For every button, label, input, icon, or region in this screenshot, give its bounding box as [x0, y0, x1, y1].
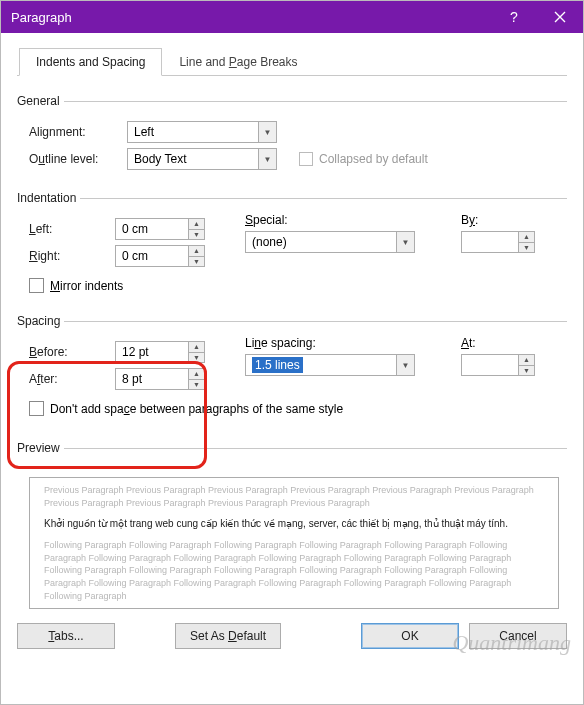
tab-label: Indents and Spacing: [36, 55, 145, 69]
outline-level-combo[interactable]: Body Text ▼: [127, 148, 277, 170]
line-spacing-value: 1.5 lines: [252, 357, 303, 373]
line-spacing-label: Line spacing:: [245, 336, 445, 350]
ok-button[interactable]: OK: [361, 623, 459, 649]
tab-indents-spacing[interactable]: Indents and Spacing: [19, 48, 162, 76]
dont-add-space-checkbox[interactable]: Don't add space between paragraphs of th…: [29, 401, 343, 416]
tabs-button[interactable]: Tabs...: [17, 623, 115, 649]
spacing-legend: Spacing: [17, 314, 64, 328]
left-indent-value: 0 cm: [122, 222, 148, 236]
collapsed-checkbox: Collapsed by default: [299, 152, 428, 166]
by-spinner[interactable]: ▲▼: [461, 231, 535, 253]
dialog-body: Indents and Spacing Line and Page Breaks…: [1, 33, 583, 704]
alignment-value: Left: [134, 125, 154, 139]
preview-section: Preview: [17, 441, 567, 467]
footer: Tabs... Set As Default OK Cancel: [17, 613, 567, 649]
close-button[interactable]: [537, 1, 583, 33]
indentation-legend: Indentation: [17, 191, 80, 205]
spacing-section: Spacing Before: 12 pt ▲▼ After: 8 pt: [17, 314, 567, 425]
after-value: 8 pt: [122, 372, 142, 386]
right-indent-value: 0 cm: [122, 249, 148, 263]
alignment-combo[interactable]: Left ▼: [127, 121, 277, 143]
spinner-buttons[interactable]: ▲▼: [188, 219, 204, 239]
special-label: Special:: [245, 213, 445, 227]
mirror-indents-checkbox[interactable]: Mirror indents: [29, 278, 123, 293]
spinner-buttons[interactable]: ▲▼: [518, 232, 534, 252]
checkbox-icon: [29, 401, 44, 416]
right-label: Right:: [29, 249, 109, 263]
at-label: At:: [461, 336, 559, 350]
general-legend: General: [17, 94, 64, 108]
preview-box: Previous Paragraph Previous Paragraph Pr…: [29, 477, 559, 609]
spinner-buttons[interactable]: ▲▼: [518, 355, 534, 375]
dialog-title: Paragraph: [11, 10, 491, 25]
before-value: 12 pt: [122, 345, 149, 359]
preview-previous: Previous Paragraph Previous Paragraph Pr…: [44, 484, 544, 509]
before-spinner[interactable]: 12 pt ▲▼: [115, 341, 205, 363]
chevron-down-icon: ▼: [396, 232, 414, 252]
outline-level-value: Body Text: [134, 152, 186, 166]
checkbox-icon: [29, 278, 44, 293]
preview-legend: Preview: [17, 441, 64, 455]
titlebar: Paragraph ?: [1, 1, 583, 33]
left-indent-spinner[interactable]: 0 cm ▲▼: [115, 218, 205, 240]
chevron-down-icon: ▼: [258, 149, 276, 169]
after-label: After:: [29, 372, 109, 386]
at-spinner[interactable]: ▲▼: [461, 354, 535, 376]
after-spinner[interactable]: 8 pt ▲▼: [115, 368, 205, 390]
dont-add-space-label: Don't add space between paragraphs of th…: [50, 402, 343, 416]
by-label: By:: [461, 213, 559, 227]
spinner-buttons[interactable]: ▲▼: [188, 246, 204, 266]
general-section: General Alignment: Left ▼ Outline level:…: [17, 94, 567, 179]
cancel-button[interactable]: Cancel: [469, 623, 567, 649]
chevron-down-icon: ▼: [396, 355, 414, 375]
special-value: (none): [252, 235, 287, 249]
set-default-button[interactable]: Set As Default: [175, 623, 281, 649]
close-icon: [554, 11, 566, 23]
tab-bar: Indents and Spacing Line and Page Breaks: [17, 47, 567, 76]
before-label: Before:: [29, 345, 109, 359]
help-button[interactable]: ?: [491, 1, 537, 33]
left-label: Left:: [29, 222, 109, 236]
special-combo[interactable]: (none) ▼: [245, 231, 415, 253]
spinner-buttons[interactable]: ▲▼: [188, 342, 204, 362]
tab-label: Line and Page Breaks: [179, 55, 297, 69]
preview-sample: Khởi nguồn từ một trang web cung cấp kiế…: [44, 517, 544, 531]
preview-following: Following Paragraph Following Paragraph …: [44, 539, 544, 602]
right-indent-spinner[interactable]: 0 cm ▲▼: [115, 245, 205, 267]
alignment-label: Alignment:: [29, 125, 121, 139]
collapsed-label: Collapsed by default: [319, 152, 428, 166]
chevron-down-icon: ▼: [258, 122, 276, 142]
line-spacing-combo[interactable]: 1.5 lines ▼: [245, 354, 415, 376]
outline-level-label: Outline level:: [29, 152, 121, 166]
checkbox-icon: [299, 152, 313, 166]
mirror-indents-label: Mirror indents: [50, 279, 123, 293]
indentation-section: Indentation Left: 0 cm ▲▼ Right: 0 cm: [17, 191, 567, 302]
spinner-buttons[interactable]: ▲▼: [188, 369, 204, 389]
tab-line-page-breaks[interactable]: Line and Page Breaks: [162, 48, 314, 76]
paragraph-dialog: Paragraph ? Indents and Spacing Line and…: [0, 0, 584, 705]
